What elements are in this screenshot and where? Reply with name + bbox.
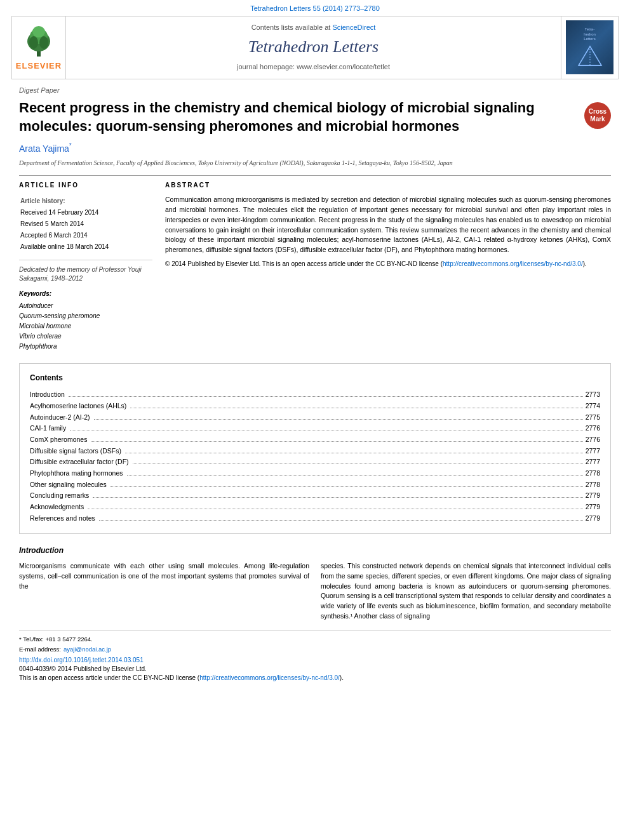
contents-page: 2777	[586, 446, 600, 456]
journal-title-area: Contents lists available at ScienceDirec…	[66, 17, 561, 78]
contents-page: 2778	[586, 469, 600, 478]
open-access-link[interactable]: http://creativecommons.org/licenses/by-n…	[443, 260, 583, 267]
journal-title: Tetrahedron Letters	[248, 36, 379, 58]
contents-dots	[94, 419, 583, 420]
journal-homepage: journal homepage: www.elsevier.com/locat…	[237, 62, 390, 72]
article-info-col: ARTICLE INFO Article history: Received 1…	[19, 181, 152, 352]
contents-page: 2779	[586, 491, 600, 500]
contents-page: 2779	[586, 502, 600, 512]
keyword-microbial-hormone: Microbial hormone	[19, 321, 152, 331]
contents-page: 2773	[586, 390, 600, 399]
list-item: References and notes2779	[30, 514, 600, 523]
dedication: Dedicated to the memory of Professor You…	[19, 260, 152, 283]
list-item: Acknowledgments2779	[30, 502, 600, 512]
available-date: Available online 18 March 2014	[20, 242, 151, 252]
keyword-vibrio: Vibrio cholerae	[19, 331, 152, 342]
revised-date: Revised 5 March 2014	[20, 219, 151, 229]
crossmark-badge[interactable]: CrossMark	[584, 102, 611, 129]
article-title: Recent progress in the chemistry and che…	[19, 99, 546, 135]
keyword-qsp: Quorum-sensing pheromone	[19, 311, 152, 321]
footer-oa-end: ).	[340, 674, 344, 681]
abstract-col: ABSTRACT Communication among microorgani…	[165, 181, 611, 352]
contents-page: 2779	[586, 514, 600, 523]
intro-text-right: species. This constructed network depend…	[321, 561, 611, 622]
contents-page: 2775	[586, 413, 600, 422]
open-access-suffix: ).	[583, 260, 587, 267]
contents-item-name: Other signaling molecules	[30, 480, 107, 490]
received-date: Received 14 February 2014	[20, 208, 151, 218]
contents-page: 2778	[586, 480, 600, 490]
email-link[interactable]: ayaji@nodai.ac.jp	[64, 645, 111, 653]
contents-dots	[69, 396, 583, 397]
info-abstract-columns: ARTICLE INFO Article history: Received 1…	[19, 181, 611, 352]
abstract-text: Communication among microorganisms is me…	[165, 195, 611, 269]
footer-oa-link[interactable]: http://creativecommons.org/licenses/by-n…	[199, 674, 340, 681]
contents-section: Contents Introduction2773Acylhomoserine …	[19, 363, 611, 534]
contents-item-name: Diffusible signal factors (DSFs)	[30, 446, 121, 456]
svg-point-4	[29, 36, 38, 49]
contents-page: 2777	[586, 457, 600, 467]
footer-oa-prefix: This is an open access article under the…	[19, 674, 199, 681]
contents-title: Contents	[30, 373, 600, 383]
contents-dots	[130, 408, 582, 408]
title-area: CrossMark Recent progress in the chemist…	[19, 99, 611, 135]
affiliation: Department of Fermentation Science, Facu…	[19, 159, 611, 168]
cover-tetrahedron-icon	[577, 45, 603, 67]
doi-anchor[interactable]: http://dx.doi.org/10.1016/j.tetlet.2014.…	[19, 657, 144, 663]
bottom-links: http://dx.doi.org/10.1016/j.tetlet.2014.…	[19, 656, 611, 683]
contents-item-name: Diffusible extracellular factor (DF)	[30, 457, 129, 467]
contents-dots	[111, 486, 583, 487]
elsevier-logo-area: ELSEVIER	[12, 17, 66, 78]
intro-col-right: species. This constructed network depend…	[321, 561, 611, 622]
author-name: Arata Yajima*	[19, 142, 611, 155]
contents-dots	[88, 509, 582, 509]
sciencedirect-link[interactable]: Contents lists available at ScienceDirec…	[251, 23, 376, 32]
contents-dots	[133, 463, 583, 464]
footnote-tel-text: * Tel./fax: +81 3 5477 2264.	[19, 635, 93, 643]
contents-dots	[91, 441, 582, 442]
footnote-section: * Tel./fax: +81 3 5477 2264. E-mail addr…	[19, 630, 611, 683]
history-label: Article history:	[20, 196, 151, 206]
contents-item-name: Introduction	[30, 390, 65, 399]
intro-columns: Microorganisms communicate with each oth…	[19, 561, 611, 622]
abstract-paragraph: Communication among microorganisms is me…	[165, 195, 611, 255]
email-label: E-mail address:	[19, 645, 61, 653]
keyword-autoinducer: Autoinducer	[19, 301, 152, 311]
contents-item-name: Acylhomoserine lactones (AHLs)	[30, 401, 126, 411]
header-divider	[19, 175, 611, 176]
list-item: Diffusible extracellular factor (DF)2777	[30, 457, 600, 467]
elsevier-tree-icon	[20, 23, 58, 58]
footnote-email: E-mail address: ayaji@nodai.ac.jp	[19, 645, 611, 653]
contents-list: Introduction2773Acylhomoserine lactones …	[30, 390, 600, 523]
contents-dots	[70, 430, 582, 430]
sciencedirect-prefix: Contents lists available at	[251, 23, 331, 31]
intro-text-left: Microorganisms communicate with each oth…	[19, 561, 309, 591]
elsevier-label: ELSEVIER	[16, 60, 62, 72]
contents-item-name: Phytophthora mating hormones	[30, 469, 123, 478]
list-item: Concluding remarks2779	[30, 491, 600, 500]
author-sup: *	[69, 142, 72, 149]
keywords-section: Keywords: Autoinducer Quorum-sensing phe…	[19, 290, 152, 352]
contents-page: 2776	[586, 423, 600, 433]
contents-dots	[125, 453, 583, 453]
list-item: ComX pheromones2776	[30, 435, 600, 444]
contents-item-name: ComX pheromones	[30, 435, 87, 444]
article-info-label: ARTICLE INFO	[19, 181, 152, 190]
list-item: Diffusible signal factors (DSFs)2777	[30, 446, 600, 456]
list-item: Phytophthora mating hormones2778	[30, 469, 600, 478]
footnote-tel: * Tel./fax: +81 3 5477 2264.	[19, 635, 611, 643]
digest-label: Digest Paper	[19, 86, 611, 95]
journal-citation: Tetrahedron Letters 55 (2014) 2773–2780	[0, 0, 630, 16]
list-item: Acylhomoserine lactones (AHLs)2774	[30, 401, 600, 411]
accepted-date: Accepted 6 March 2014	[20, 230, 151, 241]
contents-item-name: Autoinducer-2 (AI-2)	[30, 413, 90, 422]
journal-cover-area: Tetra-hedronLetters	[561, 17, 618, 78]
doi-link[interactable]: http://dx.doi.org/10.1016/j.tetlet.2014.…	[19, 656, 611, 665]
contents-item-name: Acknowledgments	[30, 502, 84, 512]
open-access-note: © 2014 Published by Elsevier Ltd. This i…	[165, 259, 611, 269]
intro-col-left: Microorganisms communicate with each oth…	[19, 561, 309, 622]
sciencedirect-anchor[interactable]: ScienceDirect	[332, 23, 375, 31]
author-text: Arata Yajima	[19, 143, 69, 154]
keyword-phytophthora: Phytophthora	[19, 342, 152, 352]
cover-title: Tetra-hedronLetters	[582, 26, 597, 43]
